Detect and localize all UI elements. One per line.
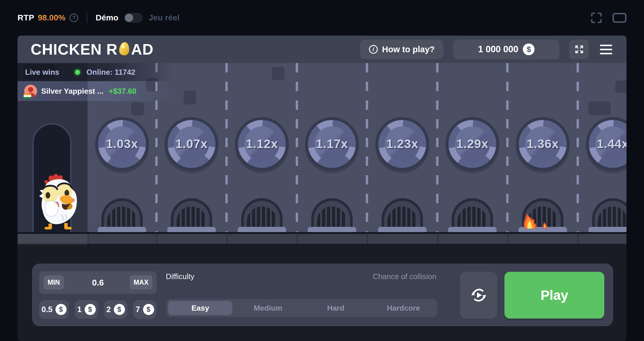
multiplier-token: 1.03x (95, 117, 149, 171)
tab-easy[interactable]: Easy (168, 301, 232, 315)
multiplier-value: 1.29x (456, 137, 488, 151)
multiplier-token: 1.29x (445, 117, 499, 171)
rtp-label: RTP (18, 13, 34, 22)
demo-mode-label: Démo (95, 13, 118, 22)
chip-label: 7 (135, 305, 140, 314)
info-icon: i (369, 45, 378, 54)
game-widget: CHICKEN R AD i How to play? (18, 36, 626, 341)
fire-icon (519, 210, 554, 229)
max-bet-button[interactable]: MAX (130, 275, 152, 290)
lane-4: 1.17x (297, 63, 367, 232)
multiplier-value: 1.12x (246, 137, 278, 151)
fullscreen-icon[interactable] (590, 12, 603, 24)
multiplier-value: 1.17x (316, 137, 348, 151)
bet-amount-box: MIN 0.6 MAX (39, 271, 157, 294)
multiplier-token: 1.07x (165, 117, 218, 171)
multiplier-value: 1.07x (175, 137, 208, 151)
multiplier-token: 1.36x (516, 117, 570, 171)
chip-0.5-button[interactable]: 0.5 $ (39, 300, 69, 319)
multiplier-token: 1.23x (375, 117, 429, 171)
sewer-grate-icon (167, 198, 216, 232)
control-panel: MIN 0.6 MAX 0.5 $ 1 $ 2 $ 7 (32, 264, 613, 326)
live-win-entry: Silver Yappiest ... +$37.60 (18, 81, 181, 101)
dollar-coin-icon: $ (85, 304, 96, 315)
quick-bet-chips: 0.5 $ 1 $ 2 $ 7 $ (39, 300, 156, 319)
dollar-coin-icon: $ (143, 304, 154, 315)
autoplay-button[interactable] (460, 272, 497, 319)
sewer-grate-icon (308, 198, 356, 232)
curb-strip (18, 232, 626, 244)
chip-label: 0.5 (41, 305, 53, 314)
multiplier-value: 1.23x (386, 137, 418, 151)
multiplier-value: 1.03x (106, 137, 138, 151)
game-logo: CHICKEN R AD (31, 41, 154, 58)
lane-8: 1.44x (578, 63, 626, 232)
win-amount: +$37.60 (109, 87, 136, 96)
multiplier-token: 1.12x (235, 117, 289, 171)
chip-2-button[interactable]: 2 $ (104, 300, 127, 319)
tab-hardcore[interactable]: Hardcore (371, 301, 436, 315)
sewer-grate-icon (378, 198, 427, 232)
multiplier-value: 1.44x (597, 137, 626, 151)
expand-arrows-icon (574, 44, 584, 54)
tab-medium[interactable]: Medium (236, 301, 300, 315)
live-wins-title: Live wins (25, 68, 59, 77)
autoplay-icon (470, 287, 487, 304)
multiplier-value: 1.36x (527, 137, 559, 151)
logo-text-post: AD (131, 41, 154, 58)
lane-7: 1.36x (508, 63, 578, 232)
game-board: 1.03x 1.07x 1.12x 1.17x 1.23x 1.29x (18, 63, 626, 232)
player-name: Silver Yappiest ... (41, 87, 103, 96)
lane-6: 1.29x (437, 63, 507, 232)
lane-3: 1.12x (227, 63, 297, 232)
india-flag-icon (24, 93, 31, 99)
sewer-grate-icon (448, 198, 497, 232)
divider (86, 13, 87, 23)
rtp-value: 98.00% (38, 13, 66, 22)
live-wins-bar: Live wins Online: 11742 (18, 63, 181, 81)
golden-egg-icon (118, 41, 131, 57)
sewer-grate-icon (589, 198, 626, 232)
how-to-play-label: How to play? (382, 45, 435, 54)
online-dot-icon (75, 70, 80, 75)
chip-1-button[interactable]: 1 $ (75, 300, 98, 319)
expand-button[interactable] (569, 40, 589, 59)
real-mode-label: Jeu réel (149, 13, 180, 22)
chance-of-collision-label: Chance of collision (373, 272, 436, 281)
multiplier-token: 1.44x (586, 117, 626, 171)
balance-display: 1 000 000 $ (453, 40, 559, 59)
chip-label: 2 (106, 305, 111, 314)
dollar-coin-icon: $ (523, 44, 535, 55)
dollar-coin-icon: $ (114, 304, 125, 315)
sewer-grate-icon (98, 198, 146, 232)
online-count: Online: 11742 (86, 68, 135, 77)
chip-7-button[interactable]: 7 $ (133, 300, 156, 319)
page: RTP 98.00% ? Démo Jeu réel CHICKEN R (0, 0, 644, 341)
play-label: Play (541, 287, 568, 303)
how-to-play-button[interactable]: i How to play? (360, 40, 443, 59)
difficulty-tabs: Easy Medium Hard Hardcore (166, 299, 437, 317)
difficulty-label: Difficulty (166, 272, 194, 281)
lane-5: 1.23x (367, 63, 437, 232)
chicken-character (34, 172, 81, 232)
theater-mode-icon[interactable] (612, 13, 626, 23)
sewer-grate-icon (238, 198, 286, 232)
play-button[interactable]: Play (504, 272, 604, 319)
menu-icon[interactable] (599, 44, 613, 55)
help-icon[interactable]: ? (69, 13, 78, 22)
demo-real-toggle[interactable] (124, 13, 143, 23)
dollar-coin-icon: $ (55, 304, 67, 315)
min-bet-button[interactable]: MIN (43, 275, 64, 290)
tab-hard[interactable]: Hard (304, 301, 368, 315)
player-avatar (24, 85, 37, 98)
balance-value: 1 000 000 (478, 44, 518, 55)
game-header: CHICKEN R AD i How to play? (18, 36, 626, 63)
top-bar: RTP 98.00% ? Démo Jeu réel (0, 0, 644, 36)
multiplier-token: 1.17x (305, 117, 359, 171)
chip-label: 1 (77, 305, 81, 314)
logo-text-pre: CHICKEN R (31, 41, 118, 58)
toggle-knob (125, 14, 133, 22)
